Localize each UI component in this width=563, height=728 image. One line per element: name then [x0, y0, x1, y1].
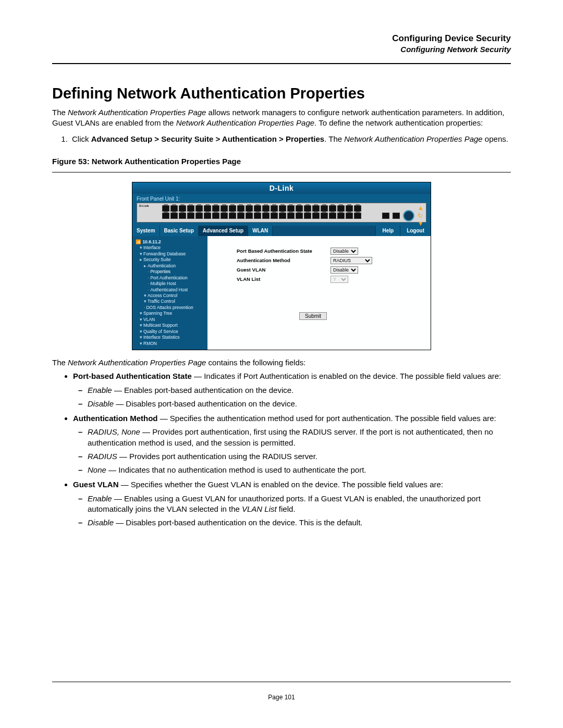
tab-wlan[interactable]: WLAN [248, 226, 273, 236]
ethernet-port[interactable] [187, 213, 194, 219]
ethernet-port[interactable] [296, 205, 303, 212]
ethernet-port[interactable] [321, 205, 328, 212]
sfp-port[interactable] [393, 213, 400, 219]
help-button[interactable]: Help [375, 226, 400, 236]
ethernet-port[interactable] [162, 205, 169, 212]
after-figure-paragraph: The Network Authentication Properties Pa… [52, 357, 511, 368]
ethernet-port[interactable] [237, 205, 244, 212]
serial-port-icon [403, 210, 414, 221]
tree-port-authentication[interactable]: ·Port Authentication [136, 275, 205, 281]
tree-access-control[interactable]: ▾Access Control [136, 293, 205, 299]
tree-properties[interactable]: ·Properties [136, 269, 205, 275]
arrow-up-icon[interactable]: ▲ [418, 205, 424, 211]
ethernet-port[interactable] [329, 205, 336, 212]
tree-quality-of-service[interactable]: ▾Quality of Service [136, 329, 205, 335]
tree-root-ip[interactable]: 📶 10.6.11.2 [136, 239, 205, 245]
tree-security-suite[interactable]: ▸Security Suite [136, 257, 205, 263]
ethernet-port[interactable] [179, 213, 186, 219]
page-heading: Defining Network Authentication Properti… [52, 85, 511, 102]
tree-spanning-tree[interactable]: ▾Spanning Tree [136, 311, 205, 316]
tree-dos-prevention[interactable]: ·DOS Attacks prevention [136, 305, 205, 311]
select-vlan-list[interactable]: ? [331, 276, 348, 283]
nav-spacer [273, 226, 375, 236]
procedure-step-1: Click Advanced Setup > Security Suite > … [70, 134, 511, 144]
ethernet-port[interactable] [304, 205, 311, 212]
value-radius-none: RADIUS, None — Provides port authenticat… [88, 427, 511, 448]
ethernet-port[interactable] [346, 205, 353, 212]
ethernet-port[interactable] [287, 213, 295, 219]
ethernet-port[interactable] [262, 213, 270, 219]
ethernet-port[interactable] [195, 213, 203, 219]
ethernet-port[interactable] [204, 205, 211, 212]
device-side-controls: ▲↻▼ [382, 205, 424, 227]
ethernet-port[interactable] [346, 213, 353, 219]
header-rule [52, 63, 511, 64]
ethernet-port[interactable] [187, 205, 194, 212]
ethernet-port[interactable] [337, 213, 345, 219]
ethernet-port[interactable] [195, 205, 203, 212]
ethernet-port[interactable] [254, 213, 261, 219]
ethernet-port[interactable] [321, 213, 328, 219]
ethernet-port[interactable] [296, 213, 303, 219]
sfp-port[interactable] [382, 213, 389, 219]
tree-interface[interactable]: ▾Interface [136, 245, 205, 251]
select-auth-method[interactable]: RADIUS [331, 257, 372, 264]
ethernet-port[interactable] [229, 205, 236, 212]
ethernet-port[interactable] [279, 205, 286, 212]
tree-vlan[interactable]: ▾VLAN [136, 317, 205, 323]
ethernet-port[interactable] [179, 205, 186, 212]
ethernet-port[interactable] [212, 205, 219, 212]
logout-button[interactable]: Logout [400, 226, 431, 236]
ethernet-port[interactable] [162, 213, 169, 219]
ethernet-port[interactable] [254, 205, 261, 212]
select-port-auth-state[interactable]: Disable [331, 248, 358, 255]
ethernet-port[interactable] [204, 213, 211, 219]
tab-system[interactable]: System [132, 226, 160, 236]
document-page: Configuring Device Security Configuring … [0, 0, 563, 728]
tree-authentication[interactable]: ▸Authentication [136, 263, 205, 269]
ethernet-port[interactable] [354, 205, 361, 212]
ethernet-port[interactable] [221, 205, 228, 212]
footer-rule [52, 682, 511, 682]
arrow-refresh-icon[interactable]: ↻ [418, 213, 424, 219]
field-port-auth-state: Port-based Authentication State — Indica… [73, 371, 511, 409]
tab-basic-setup[interactable]: Basic Setup [160, 226, 199, 236]
ethernet-port[interactable] [212, 213, 219, 219]
ethernet-port[interactable] [304, 213, 311, 219]
tab-advanced-setup[interactable]: Advanced Setup [199, 226, 248, 236]
tree-multicast-support[interactable]: ▾Multicast Support [136, 323, 205, 328]
tree-rmon[interactable]: ▾RMON [136, 341, 205, 347]
ethernet-port[interactable] [246, 213, 253, 219]
field-list: Port-based Authentication State — Indica… [52, 371, 511, 528]
main-nav: System Basic Setup Advanced Setup WLAN H… [132, 226, 431, 236]
page-number: Page 101 [0, 694, 563, 701]
ethernet-port[interactable] [262, 205, 270, 212]
ethernet-port[interactable] [221, 213, 228, 219]
ethernet-port[interactable] [271, 213, 278, 219]
ethernet-port[interactable] [337, 205, 345, 212]
unit-nav-arrows[interactable]: ▲↻▼ [418, 205, 424, 227]
ethernet-port[interactable] [329, 213, 336, 219]
ethernet-port[interactable] [279, 213, 286, 219]
tree-traffic-control[interactable]: ▾Traffic Control [136, 299, 205, 304]
ethernet-port[interactable] [312, 213, 320, 219]
ethernet-port[interactable] [170, 213, 178, 219]
front-panel-label: Front Panel Unit 1: [132, 194, 431, 202]
ethernet-port[interactable] [229, 213, 236, 219]
tree-authenticated-host[interactable]: ·Authenticated Host [136, 287, 205, 293]
ethernet-port[interactable] [354, 213, 361, 219]
figure-rule [52, 172, 511, 172]
select-guest-vlan[interactable]: Disable [331, 266, 358, 274]
tree-interface-statistics[interactable]: ▾Interface Statistics [136, 335, 205, 340]
ethernet-port[interactable] [287, 205, 295, 212]
ethernet-port[interactable] [237, 213, 244, 219]
submit-button[interactable]: Submit [299, 312, 327, 320]
tree-forwarding-database[interactable]: ▾Forwarding Database [136, 251, 205, 257]
arrow-down-icon[interactable]: ▼ [418, 220, 424, 227]
tree-multiple-host[interactable]: ·Multiple Host [136, 281, 205, 287]
value-enable: Enable — Enables using a Guest VLAN for … [88, 493, 511, 515]
ethernet-port[interactable] [170, 205, 178, 212]
ethernet-port[interactable] [246, 205, 253, 212]
ethernet-port[interactable] [312, 205, 320, 212]
ethernet-port[interactable] [271, 205, 278, 212]
